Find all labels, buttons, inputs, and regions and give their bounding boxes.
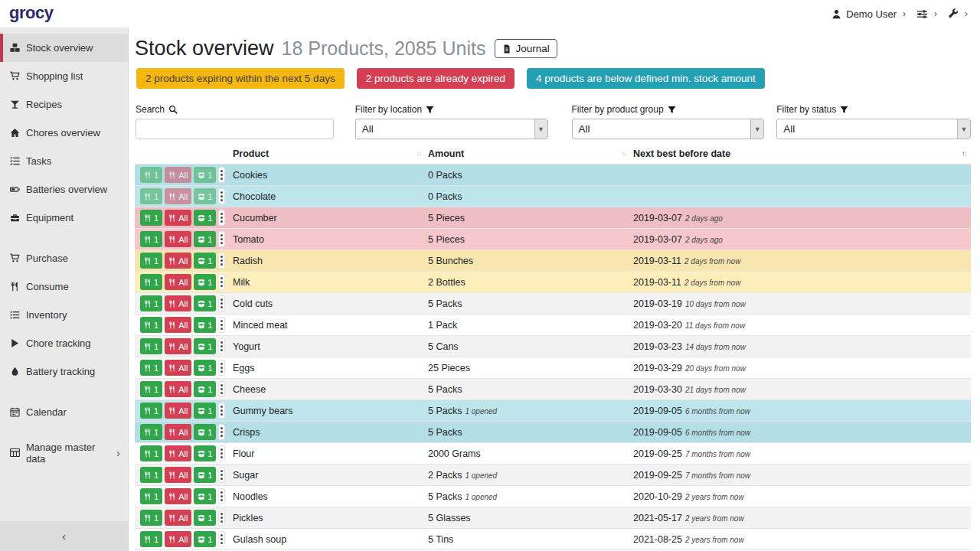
- sidebar-item-chore-tracking[interactable]: Chore tracking: [0, 329, 128, 357]
- sidebar-item-batteries-overview[interactable]: Batteries overview: [0, 175, 128, 204]
- consume-one-button[interactable]: 1: [140, 424, 162, 440]
- sidebar-item-tasks[interactable]: Tasks: [0, 147, 128, 175]
- open-one-button[interactable]: 1: [194, 467, 216, 483]
- row-menu-button[interactable]: [218, 167, 225, 183]
- open-one-button[interactable]: 1: [194, 531, 216, 547]
- consume-one-button[interactable]: 1: [140, 274, 162, 290]
- open-one-button[interactable]: 1: [194, 488, 216, 504]
- consume-all-button[interactable]: All: [165, 167, 191, 183]
- search-input[interactable]: [136, 119, 334, 139]
- consume-one-button[interactable]: 1: [140, 510, 162, 526]
- row-menu-button[interactable]: [218, 338, 225, 354]
- consume-one-button[interactable]: 1: [140, 295, 162, 311]
- open-one-button[interactable]: 1: [194, 381, 216, 397]
- sidebar-item-stock-overview[interactable]: Stock overview: [0, 34, 128, 62]
- open-one-button[interactable]: 1: [194, 210, 216, 226]
- consume-one-button[interactable]: 1: [140, 210, 162, 226]
- sidebar-item-recipes[interactable]: Recipes: [0, 90, 128, 119]
- open-one-button[interactable]: 1: [194, 338, 216, 354]
- row-menu-button[interactable]: [218, 424, 225, 440]
- consume-all-button[interactable]: All: [165, 317, 191, 333]
- consume-all-button[interactable]: All: [165, 467, 191, 483]
- consume-one-button[interactable]: 1: [140, 381, 162, 397]
- journal-button[interactable]: Journal: [495, 39, 557, 58]
- settings-menu[interactable]: ›: [916, 8, 937, 20]
- consume-one-button[interactable]: 1: [140, 231, 162, 247]
- row-menu-button[interactable]: [218, 274, 225, 290]
- consume-one-button[interactable]: 1: [140, 360, 162, 376]
- consume-all-button[interactable]: All: [165, 210, 191, 226]
- date-column-header[interactable]: Next best before date ↑↓: [630, 145, 971, 165]
- consume-one-button[interactable]: 1: [140, 445, 162, 461]
- consume-one-button[interactable]: 1: [140, 338, 162, 354]
- product-column-header[interactable]: Product ↑↓: [230, 145, 425, 165]
- row-menu-button[interactable]: [218, 210, 225, 226]
- consume-one-button[interactable]: 1: [140, 253, 162, 269]
- consume-all-button[interactable]: All: [165, 360, 191, 376]
- amount-column-header[interactable]: Amount ↑↓: [425, 145, 630, 165]
- row-menu-button[interactable]: [218, 253, 225, 269]
- consume-one-button[interactable]: 1: [140, 188, 162, 204]
- row-menu-button[interactable]: [218, 295, 225, 311]
- sidebar-item-purchase[interactable]: Purchase: [0, 244, 128, 272]
- row-menu-button[interactable]: [218, 317, 225, 333]
- sidebar-collapse-button[interactable]: ‹: [0, 521, 128, 551]
- consume-all-button[interactable]: All: [165, 295, 191, 311]
- sidebar-item-calendar[interactable]: Calendar: [0, 398, 128, 426]
- open-one-button[interactable]: 1: [194, 253, 216, 269]
- open-one-button[interactable]: 1: [194, 403, 216, 419]
- row-menu-button[interactable]: [218, 381, 225, 397]
- open-one-button[interactable]: 1: [194, 167, 216, 183]
- consume-all-button[interactable]: All: [165, 274, 191, 290]
- consume-one-button[interactable]: 1: [140, 167, 162, 183]
- open-one-button[interactable]: 1: [194, 510, 216, 526]
- row-menu-button[interactable]: [218, 360, 225, 376]
- consume-one-button[interactable]: 1: [140, 467, 162, 483]
- open-one-button[interactable]: 1: [194, 188, 216, 204]
- row-menu-button[interactable]: [218, 231, 225, 247]
- admin-menu[interactable]: ›: [948, 8, 968, 19]
- sidebar-item-equipment[interactable]: Equipment: [0, 204, 128, 232]
- row-menu-button[interactable]: [218, 467, 225, 483]
- consume-all-button[interactable]: All: [165, 424, 191, 440]
- sidebar-item-consume[interactable]: Consume: [0, 272, 128, 301]
- consume-all-button[interactable]: All: [165, 188, 191, 204]
- open-one-button[interactable]: 1: [194, 317, 216, 333]
- sidebar-item-inventory[interactable]: Inventory: [0, 301, 128, 329]
- location-select[interactable]: All: [355, 119, 548, 139]
- consume-one-button[interactable]: 1: [140, 317, 162, 333]
- open-one-button[interactable]: 1: [194, 360, 216, 376]
- alert-badge-warning[interactable]: 2 products expiring within the next 5 da…: [136, 68, 345, 89]
- consume-one-button[interactable]: 1: [140, 488, 162, 504]
- consume-one-button[interactable]: 1: [140, 403, 162, 419]
- consume-all-button[interactable]: All: [165, 253, 191, 269]
- row-menu-button[interactable]: [218, 445, 225, 461]
- row-menu-button[interactable]: [218, 188, 225, 204]
- consume-all-button[interactable]: All: [165, 445, 191, 461]
- consume-all-button[interactable]: All: [165, 231, 191, 247]
- consume-all-button[interactable]: All: [165, 381, 191, 397]
- product-group-select[interactable]: All: [572, 119, 765, 139]
- consume-all-button[interactable]: All: [165, 531, 191, 547]
- open-one-button[interactable]: 1: [194, 445, 216, 461]
- consume-all-button[interactable]: All: [165, 338, 191, 354]
- user-menu[interactable]: Demo User ›: [831, 8, 906, 20]
- sidebar-item-manage-master-data[interactable]: Manage master data›: [0, 439, 128, 467]
- row-menu-button[interactable]: [218, 488, 225, 504]
- open-one-button[interactable]: 1: [194, 274, 216, 290]
- open-one-button[interactable]: 1: [194, 424, 216, 440]
- consume-all-button[interactable]: All: [165, 403, 191, 419]
- consume-all-button[interactable]: All: [165, 510, 191, 526]
- consume-one-button[interactable]: 1: [140, 531, 162, 547]
- open-one-button[interactable]: 1: [194, 231, 216, 247]
- open-one-button[interactable]: 1: [194, 295, 216, 311]
- sidebar-item-shopping-list[interactable]: Shopping list: [0, 62, 128, 90]
- row-menu-button[interactable]: [218, 510, 225, 526]
- sidebar-item-chores-overview[interactable]: Chores overview: [0, 119, 128, 147]
- status-select[interactable]: All: [776, 119, 971, 139]
- alert-badge-danger[interactable]: 2 products are already expired: [357, 68, 514, 89]
- row-menu-button[interactable]: [218, 531, 225, 547]
- consume-all-button[interactable]: All: [165, 488, 191, 504]
- sidebar-item-battery-tracking[interactable]: Battery tracking: [0, 357, 128, 386]
- alert-badge-info[interactable]: 4 products are below defined min. stock …: [527, 68, 765, 89]
